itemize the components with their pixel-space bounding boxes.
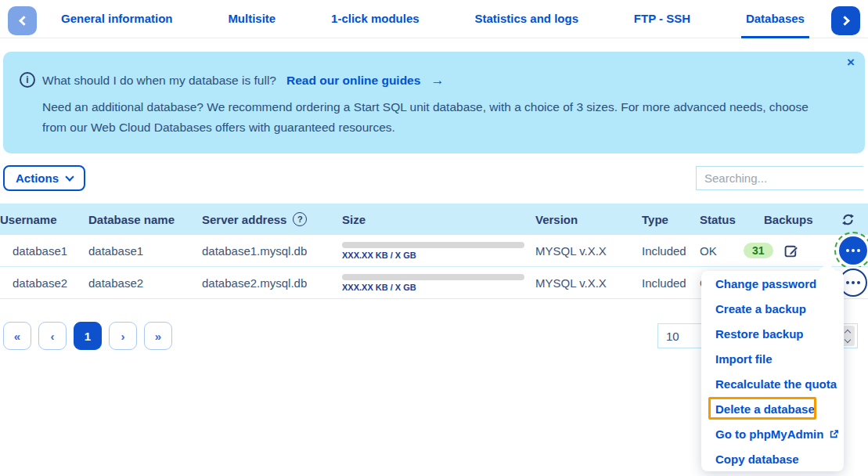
- size-progress-bar: [342, 242, 524, 248]
- cell-server-address: database1.mysql.db: [202, 244, 342, 258]
- banner-body-text: Need an additional database? We recommen…: [42, 97, 833, 138]
- header-size: Size: [342, 213, 535, 226]
- actions-button[interactable]: Actions: [3, 165, 85, 191]
- size-label: XXX.XX KB / X GB: [342, 283, 535, 292]
- cell-database-name: database1: [88, 244, 202, 258]
- cell-type: Included: [642, 276, 700, 290]
- menu-caret: [819, 262, 836, 271]
- close-icon[interactable]: ×: [847, 56, 855, 69]
- nav-back-button[interactable]: [8, 6, 37, 35]
- stepper-up-icon: [844, 329, 850, 335]
- menu-item-copy-database[interactable]: Copy database: [701, 446, 844, 471]
- header-status: Status: [700, 213, 764, 226]
- page-prev-button[interactable]: ‹: [38, 322, 67, 350]
- page-last-button[interactable]: »: [144, 322, 172, 350]
- info-icon: i: [20, 72, 35, 88]
- external-link-icon: [829, 429, 839, 439]
- header-username: Username: [0, 213, 88, 226]
- menu-item-restore-backup[interactable]: Restore backup: [701, 321, 844, 346]
- chevron-right-icon: [840, 16, 850, 26]
- header-type: Type: [642, 213, 700, 226]
- banner-guides-link[interactable]: Read our online guides: [286, 74, 420, 88]
- menu-item-create-backup[interactable]: Create a backup: [701, 296, 844, 321]
- info-banner: × i What should I do when my database is…: [3, 52, 865, 153]
- cell-server-address: database2.mysql.db: [202, 276, 342, 290]
- tab-ftp-ssh[interactable]: FTP - SSH: [629, 0, 695, 38]
- tab-general-information[interactable]: General information: [56, 0, 178, 38]
- cell-backups: 31: [744, 243, 839, 258]
- refresh-icon: [841, 212, 855, 227]
- page-first-button[interactable]: «: [3, 322, 31, 350]
- tab-multisite[interactable]: Multisite: [223, 0, 280, 38]
- row-actions-button[interactable]: [839, 236, 867, 265]
- stepper-down-icon: [844, 336, 850, 342]
- size-progress-bar: [342, 274, 524, 280]
- menu-item-delete-database[interactable]: Delete a database: [701, 396, 844, 421]
- backups-count-badge: 31: [744, 243, 773, 258]
- tab-1-click-modules[interactable]: 1-click modules: [326, 0, 424, 38]
- chevron-left-icon: [19, 16, 29, 26]
- nav-next-button[interactable]: [831, 6, 860, 35]
- menu-item-import-file[interactable]: Import file: [701, 346, 844, 371]
- page-next-button[interactable]: ›: [109, 322, 137, 350]
- pagination: « ‹ 1 › »: [3, 322, 172, 350]
- search-input[interactable]: [697, 167, 868, 189]
- search-box: [696, 166, 863, 190]
- size-label: XXX.XX KB / X GB: [342, 251, 535, 260]
- cell-size: XXX.XX KB / X GB: [342, 274, 535, 292]
- tab-databases[interactable]: Databases: [741, 0, 809, 38]
- help-icon[interactable]: ?: [293, 212, 307, 226]
- header-server-address: Server address: [202, 213, 286, 226]
- databases-page: General information Multisite 1-click mo…: [0, 0, 868, 476]
- menu-item-recalculate-quota[interactable]: Recalculate the quota: [701, 371, 844, 396]
- cell-database-name: database2: [88, 276, 202, 290]
- focus-ring: [834, 232, 868, 269]
- edit-icon[interactable]: [784, 243, 799, 258]
- header-database-name: Database name: [88, 213, 202, 226]
- refresh-button[interactable]: [839, 212, 857, 227]
- ellipsis-icon: [846, 281, 849, 284]
- cell-version: MYSQL v.X.X: [535, 244, 642, 258]
- menu-item-label: Go to phpMyAdmin: [715, 427, 823, 441]
- chevron-down-icon: [65, 172, 74, 181]
- cell-type: Included: [642, 244, 700, 258]
- cell-version: MYSQL v.X.X: [535, 276, 642, 290]
- arrow-right-icon: →: [430, 73, 444, 88]
- header-version: Version: [535, 213, 642, 226]
- cell-size: XXX.XX KB / X GB: [342, 242, 535, 260]
- actions-button-label: Actions: [16, 171, 59, 185]
- table-row: database1 database1 database1.mysql.db X…: [0, 235, 868, 267]
- menu-item-change-password[interactable]: Change password: [701, 271, 844, 296]
- row-actions-menu: Change password Create a backup Restore …: [701, 271, 844, 471]
- table-header-row: Username Database name Server address ? …: [0, 204, 868, 235]
- cell-username: database1: [0, 244, 88, 258]
- tab-bar: General information Multisite 1-click mo…: [56, 0, 809, 38]
- page-1-button[interactable]: 1: [74, 322, 102, 350]
- banner-question: What should I do when my database is ful…: [42, 74, 276, 88]
- tab-statistics-and-logs[interactable]: Statistics and logs: [470, 0, 583, 38]
- cell-username: database2: [0, 276, 88, 290]
- menu-item-go-to-phpmyadmin[interactable]: Go to phpMyAdmin: [701, 421, 844, 446]
- header-backups: Backups: [764, 213, 839, 226]
